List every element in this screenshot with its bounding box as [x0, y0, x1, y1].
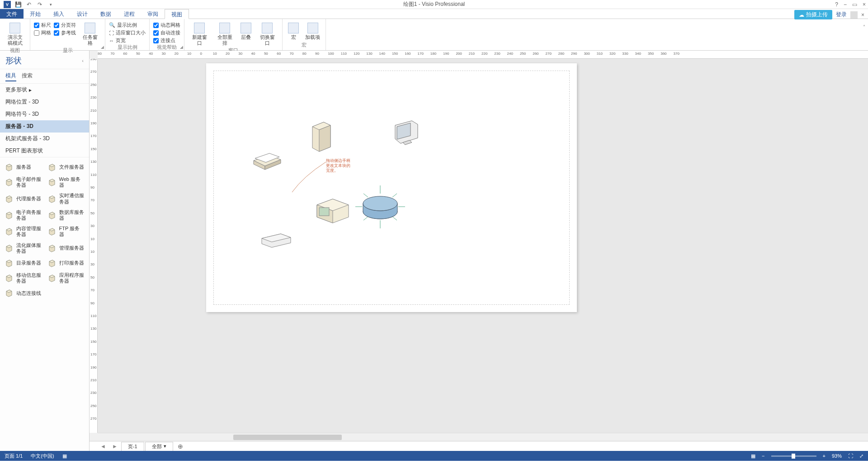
stencil-rack-servers[interactable]: 机架式服务器 - 3D: [0, 133, 89, 145]
upload-button[interactable]: ☁ 拍摄上传: [794, 10, 832, 19]
shape-item[interactable]: 内容管理服务器: [2, 224, 45, 239]
panel-collapse-icon[interactable]: ‹: [82, 58, 84, 63]
visio-logo-icon: V: [4, 1, 11, 8]
check-ruler[interactable]: 标尺: [34, 22, 51, 28]
status-language[interactable]: 中文(中国): [31, 453, 54, 460]
shape-item[interactable]: 应用程序服务器: [45, 270, 88, 286]
shape-item[interactable]: 实时通信服务器: [45, 191, 88, 206]
shapes-tab-search[interactable]: 搜索: [22, 71, 33, 81]
new-window-button[interactable]: 新建窗口: [188, 22, 211, 47]
ribbon-collapse-icon[interactable]: ˄: [863, 24, 865, 29]
close-icon[interactable]: ×: [863, 1, 866, 8]
fit-window-button[interactable]: ⛶适应窗口大小: [109, 29, 146, 36]
zoom-in-icon[interactable]: +: [823, 453, 826, 459]
save-icon[interactable]: 💾: [14, 1, 22, 8]
tab-process[interactable]: 进程: [118, 9, 141, 19]
stencil-net-symbols[interactable]: 网络符号 - 3D: [0, 108, 89, 120]
tab-file[interactable]: 文件: [0, 9, 24, 19]
check-guides[interactable]: 参考线: [54, 29, 76, 36]
drawing-surface[interactable]: 拖动侧边手柄更改文本块的宽度。: [98, 59, 868, 433]
canvas-area: 8070605040302010010203040506070809010011…: [90, 51, 868, 451]
presentation-mode-button[interactable]: 演示文稿模式: [4, 22, 26, 47]
more-shapes-item[interactable]: 更多形状▸: [0, 84, 89, 96]
fullscreen-icon[interactable]: ⤢: [859, 453, 863, 459]
fit-page-icon[interactable]: ⛶: [848, 453, 853, 459]
avatar-icon[interactable]: [850, 11, 858, 19]
tab-view[interactable]: 视图: [165, 9, 189, 19]
shape-item[interactable]: 移动信息服务器: [2, 270, 45, 286]
shape-item[interactable]: 代理服务器: [2, 191, 45, 206]
server-shape-icon: [5, 274, 14, 283]
ribbon-close-icon[interactable]: ×: [861, 12, 864, 18]
switch-label: 切换窗口: [258, 34, 277, 46]
macro-record-icon[interactable]: ▦: [62, 453, 67, 459]
zoom-slider[interactable]: [771, 455, 816, 457]
minimize-icon[interactable]: −: [844, 1, 847, 8]
addins-button[interactable]: 加载项: [303, 22, 322, 41]
check-grid[interactable]: 网格: [34, 29, 51, 36]
shape-item-label: 实时通信服务器: [59, 193, 85, 204]
check-conn-pt[interactable]: 连接点: [153, 37, 180, 44]
tab-home[interactable]: 开始: [24, 9, 47, 19]
taskpane-button[interactable]: 任务窗格: [79, 22, 101, 47]
undo-icon[interactable]: ↶: [25, 1, 33, 8]
tab-review[interactable]: 审阅: [141, 9, 165, 19]
show-dialog-launcher-icon[interactable]: ◢: [101, 45, 104, 49]
zoom-thumb[interactable]: [792, 454, 795, 459]
stencil-pert[interactable]: PERT 图表形状: [0, 145, 89, 157]
check-dyn-grid[interactable]: 动态网格: [153, 22, 180, 28]
shape-item[interactable]: 管理服务器: [45, 241, 88, 256]
qat-customize-icon[interactable]: ▾: [47, 1, 54, 8]
shape-callout-connector[interactable]: [290, 158, 330, 194]
shape-scanner[interactable]: [251, 152, 283, 172]
tab-data[interactable]: 数据: [94, 9, 118, 19]
shape-monitor[interactable]: [392, 120, 421, 149]
shape-item[interactable]: 电子商务服务器: [2, 208, 45, 223]
view-normal-icon[interactable]: ▦: [751, 453, 755, 459]
shape-rack-strip[interactable]: [260, 233, 292, 249]
page-width-button[interactable]: ↔页宽: [109, 37, 146, 44]
page-tab-1[interactable]: 页-1: [121, 442, 144, 451]
help-icon[interactable]: ?: [835, 1, 838, 8]
shapes-tab-stencil[interactable]: 模具: [5, 71, 16, 81]
page-tab-prev-icon[interactable]: ◄: [98, 443, 108, 450]
page-tab-next-icon[interactable]: ►: [109, 443, 120, 450]
tab-insert[interactable]: 插入: [47, 9, 71, 19]
drawing-page[interactable]: 拖动侧边手柄更改文本块的宽度。: [206, 63, 577, 312]
shape-callout-text[interactable]: 拖动侧边手柄更改文本块的宽度。: [326, 158, 353, 173]
arrange-all-button[interactable]: 全部重排: [213, 22, 236, 47]
page-tab-all[interactable]: 全部▾: [145, 442, 173, 451]
switch-window-button[interactable]: 切换窗口: [256, 22, 278, 47]
horizontal-scrollbar[interactable]: [98, 433, 868, 441]
shape-item[interactable]: 电子邮件服务器: [2, 175, 45, 190]
redo-icon[interactable]: ↷: [36, 1, 43, 8]
cascade-button[interactable]: 层叠: [239, 22, 253, 41]
cloud-icon: ☁: [799, 12, 804, 18]
check-pagebreak[interactable]: 分页符: [54, 22, 76, 28]
shape-appliance[interactable]: [315, 197, 351, 224]
add-page-icon[interactable]: ⊕: [174, 443, 187, 450]
shape-server-tower[interactable]: [308, 120, 335, 154]
hscroll-thumb[interactable]: [233, 435, 342, 440]
shape-item[interactable]: 文件服务器: [45, 161, 88, 174]
stencil-servers-3d[interactable]: 服务器 - 3D: [0, 120, 89, 133]
stencil-net-location[interactable]: 网络位置 - 3D: [0, 96, 89, 108]
zoom-out-icon[interactable]: −: [762, 453, 764, 459]
restore-icon[interactable]: ▭: [852, 1, 857, 8]
shape-item[interactable]: 流化媒体服务器: [2, 241, 45, 256]
zoom-level[interactable]: 93%: [832, 453, 842, 459]
shape-item[interactable]: 数据库服务器: [45, 208, 88, 223]
shape-item[interactable]: Web 服务器: [45, 175, 88, 190]
shape-item[interactable]: FTP 服务器: [45, 224, 88, 239]
macros-button[interactable]: 宏: [286, 22, 301, 41]
shape-database[interactable]: [355, 185, 405, 228]
shape-item[interactable]: 目录服务器: [2, 257, 45, 270]
shape-item[interactable]: 打印服务器: [45, 257, 88, 270]
tab-design[interactable]: 设计: [71, 9, 94, 19]
zoom-button[interactable]: 🔍显示比例: [109, 22, 146, 28]
shape-item[interactable]: 动态连接线: [2, 287, 45, 299]
visual-dialog-launcher-icon[interactable]: ◢: [180, 45, 183, 49]
shape-item[interactable]: 服务器: [2, 161, 45, 174]
signin-link[interactable]: 登录: [836, 11, 847, 19]
check-auto-conn[interactable]: 自动连接: [153, 29, 180, 36]
